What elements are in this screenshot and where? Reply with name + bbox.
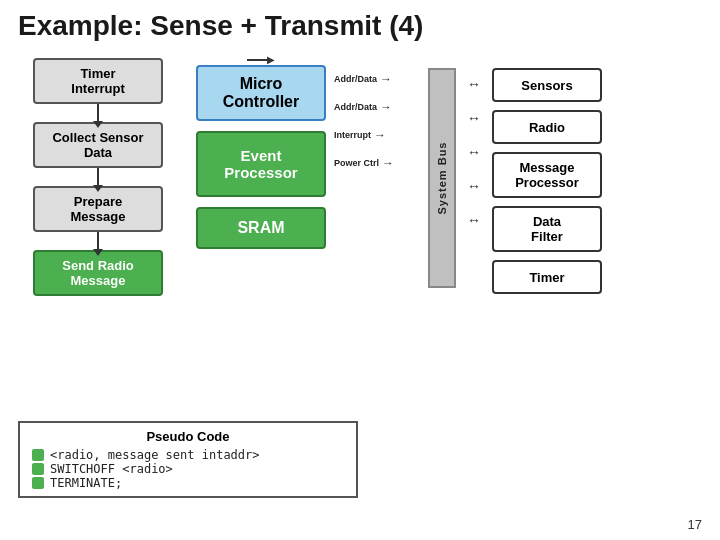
sensors-box: Sensors (492, 68, 602, 102)
arrow-line-h (247, 59, 267, 61)
double-arrow-1: ↔ (467, 76, 481, 92)
double-arrow-2: ↔ (467, 110, 481, 126)
collect-sensor-data-box: Collect SensorData (33, 122, 163, 168)
center-column: ▶ MicroController EventProcessor SRAM (196, 54, 326, 249)
arrow-1 (97, 104, 99, 122)
double-arrow-5: ↔ (467, 212, 481, 228)
pseudo-code-area: Pseudo Code <radio, message sent intaddr… (18, 421, 358, 498)
micro-controller-box: MicroController (196, 65, 326, 121)
arrow-2 (97, 168, 99, 186)
event-processor-box: EventProcessor (196, 131, 326, 197)
signal-arrow-3: → (374, 128, 386, 142)
bullet-3 (32, 477, 44, 489)
bullet-1 (32, 449, 44, 461)
signal-label-4: Power Ctrl (334, 158, 379, 168)
signal-addr-data-2: Addr/Data → (334, 100, 424, 114)
signals-column: Addr/Data → Addr/Data → Interrupt → Powe… (334, 72, 424, 170)
double-arrow-3: ↔ (467, 144, 481, 160)
prepare-message-box: PrepareMessage (33, 186, 163, 232)
signal-interrupt: Interrupt → (334, 128, 424, 142)
signal-label-3: Interrupt (334, 130, 371, 140)
signal-label-2: Addr/Data (334, 102, 377, 112)
signal-arrow-2: → (380, 100, 392, 114)
system-bus-label: System Bus (436, 142, 448, 215)
slide: Example: Sense + Transmit (4) TimerInter… (0, 0, 720, 540)
code-text-1: <radio, message sent intaddr> (50, 448, 260, 462)
arrow-3 (97, 232, 99, 250)
page-number: 17 (688, 517, 702, 532)
signal-label-1: Addr/Data (334, 74, 377, 84)
slide-title: Example: Sense + Transmit (4) (18, 10, 702, 42)
double-arrow-4: ↔ (467, 178, 481, 194)
code-text-3: TERMINATE; (50, 476, 122, 490)
bullet-2 (32, 463, 44, 475)
pseudo-code-line-1: <radio, message sent intaddr> (32, 448, 344, 462)
pseudo-code-line-3: TERMINATE; (32, 476, 344, 490)
double-arrows-col: ↔ ↔ ↔ ↔ ↔ (460, 76, 488, 228)
right-column: Sensors Radio MessageProcessor DataFilte… (492, 68, 602, 294)
system-bus-bar: System Bus (428, 68, 456, 288)
send-radio-message-box: Send RadioMessage (33, 250, 163, 296)
system-bus-wrapper: System Bus (428, 68, 456, 288)
timer-box: Timer (492, 260, 602, 294)
data-filter-box: DataFilter (492, 206, 602, 252)
signal-power-ctrl: Power Ctrl → (334, 156, 424, 170)
pseudo-code-line-2: SWITCHOFF <radio> (32, 462, 344, 476)
code-text-2: SWITCHOFF <radio> (50, 462, 173, 476)
left-to-micro-arrow: ▶ (247, 54, 275, 65)
main-area: TimerInterrupt Collect SensorData Prepar… (18, 54, 702, 296)
signal-arrow-4: → (382, 156, 394, 170)
radio-box: Radio (492, 110, 602, 144)
sram-box: SRAM (196, 207, 326, 249)
signal-addr-data-1: Addr/Data → (334, 72, 424, 86)
message-processor-box: MessageProcessor (492, 152, 602, 198)
signal-arrow-1: → (380, 72, 392, 86)
pseudo-code-title: Pseudo Code (32, 429, 344, 444)
left-column: TimerInterrupt Collect SensorData Prepar… (18, 58, 178, 296)
timer-interrupt-box: TimerInterrupt (33, 58, 163, 104)
